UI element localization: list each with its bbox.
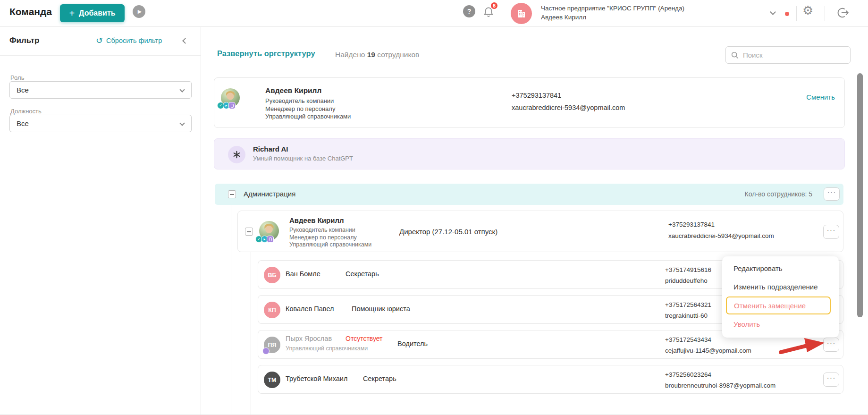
director-contact: +375293137841 xaucrabreddicrei-5934@yopm… (668, 219, 774, 242)
company-title: Частное предприятие "КРИОС ГРУПП" (Аренд… (541, 4, 684, 13)
menu-item-edit[interactable]: Редактировать (733, 264, 783, 272)
owner-phone: +375293137841 (512, 89, 625, 102)
menu-item-cancel-substitution[interactable]: Отменить замещение (734, 302, 806, 310)
play-icon: ▶ (138, 8, 142, 15)
current-user-name: Авдеев Кирилл (541, 13, 684, 22)
main-content: Развернуть оргструктуру Найдено 19 сотру… (201, 27, 868, 415)
found-prefix: Найдено (335, 51, 365, 59)
owner-contact: +375293137841 xaucrabreddicrei-5934@yopm… (512, 89, 625, 114)
director-roles: Руководитель компании Менеджер по персон… (289, 227, 371, 249)
help-icon: ? (467, 8, 472, 15)
employee-email: broubrenneutruhoi-8987@yopmail.com (665, 380, 775, 391)
director-role: Руководитель компании (289, 227, 371, 234)
divider (796, 6, 797, 21)
employee-phone: +375172564321 (665, 299, 711, 310)
tree-connector-line (231, 205, 231, 415)
avatar: ТМ (264, 372, 280, 388)
add-button-label: Добавить (79, 9, 116, 17)
employee-email: tregrakinutti-60 (665, 310, 711, 321)
badge-icon (228, 102, 236, 109)
company-info: Частное предприятие "КРИОС ГРУПП" (Аренд… (541, 4, 684, 22)
assistant-card: Richard AI Умный помощник на базе ChatGP… (214, 138, 845, 169)
collapse-branch-icon[interactable] (245, 228, 253, 236)
avatar: ✓ ▸ (221, 88, 240, 107)
team-page: Команда + Добавить ▶ ? 6 (0, 0, 868, 415)
role-filter-select[interactable]: Все (9, 81, 192, 99)
employee-name: Ван Бомле (286, 270, 320, 278)
position-filter-value: Все (17, 119, 29, 127)
assistant-subtitle: Умный помощник на базе ChatGPT (253, 155, 353, 162)
employee-position: Помощник юриста (352, 305, 410, 313)
reset-filter-label: Сбросить фильтр (106, 37, 162, 44)
director-position: Директор (27.12-05.01 отпуск) (399, 228, 497, 236)
collapse-department-icon[interactable] (228, 190, 236, 198)
employee-contact: +375256023264 broubrenneutruhoi-8987@yop… (665, 369, 775, 391)
director-menu-button[interactable]: ··· (823, 225, 839, 239)
play-button[interactable]: ▶ (133, 5, 145, 18)
openai-icon (233, 151, 241, 159)
search-icon (731, 51, 739, 59)
role-filter-label: Роль (10, 74, 24, 81)
menu-item-dismiss[interactable]: Уволить (733, 320, 760, 328)
employee-subtitle: Управляющий справочниками (286, 345, 368, 352)
avatar (228, 146, 245, 163)
collapse-sidebar-icon[interactable] (182, 38, 188, 44)
owner-card: ✓ ▸ Авдеев Кирилл Руководитель компании … (214, 77, 845, 128)
found-suffix: сотрудников (377, 51, 419, 59)
settings-button[interactable]: ⚙ (802, 4, 813, 17)
search-input[interactable] (743, 51, 837, 59)
change-owner-link[interactable]: Сменить (806, 93, 835, 101)
director-role: Менеджер по персоналу (289, 234, 371, 242)
avatar: ✓ ▸ (259, 221, 279, 241)
menu-item-highlight-box: Отменить замещение (726, 296, 831, 314)
avatar: ВБ (264, 267, 280, 283)
owner-name: Авдеев Кирилл (265, 86, 321, 95)
employee-menu-button[interactable]: ··· (823, 373, 839, 387)
employee-name: Ковалев Павел (286, 305, 334, 313)
employee-name: Трубетской Михаил (286, 375, 347, 382)
divider (0, 55, 201, 56)
plus-icon: + (69, 8, 75, 18)
badge-icon (267, 236, 274, 243)
employee-position: Секретарь (346, 270, 379, 278)
menu-item-change-department[interactable]: Изменить подразделение (733, 283, 817, 291)
role-filter-value: Все (17, 86, 29, 94)
help-button[interactable]: ? (463, 5, 475, 17)
avatar: КП (264, 302, 280, 318)
annotation-arrow-icon (778, 336, 827, 356)
employee-contact: +375172564321 tregrakinutti-60 (665, 299, 711, 321)
scrollbar-thumb[interactable] (857, 73, 863, 317)
owner-role: Менеджер по персоналу (265, 105, 351, 113)
director-role: Управляющий справочниками (289, 241, 371, 249)
reset-filter-button[interactable]: ↺ Сбросить фильтр (96, 36, 162, 45)
divider (825, 6, 825, 21)
owner-email: xaucrabreddicrei-5934@yopmail.com (512, 102, 625, 114)
assistant-name: Richard AI (253, 145, 288, 153)
department-count: Кол-во сотрудников: 5 (745, 190, 812, 198)
chevron-down-icon[interactable] (770, 9, 776, 15)
search-box (725, 46, 851, 64)
add-employee-button[interactable]: + Добавить (60, 4, 125, 22)
chevron-down-icon (179, 120, 185, 126)
employee-name: Пырх Ярослав (286, 335, 332, 342)
department-header[interactable]: Администрация Кол-во сотрудников: 5 ··· (215, 184, 843, 205)
page-title: Команда (9, 6, 52, 17)
position-filter-label: Должность (10, 108, 42, 115)
badge-icon (262, 347, 270, 355)
director-name: Авдеев Кирилл (289, 216, 344, 224)
employee-phone: +375174915616 (665, 264, 711, 275)
employee-contact: +375174915616 priduddeuffeho (665, 264, 711, 286)
employee-email: cejaffujivu-1145@yopmail.com (665, 345, 751, 356)
filter-sidebar: Фильтр ↺ Сбросить фильтр Роль Все Должно… (0, 27, 201, 415)
role-badges: ✓ ▸ (219, 102, 236, 109)
employee-row: ТМ Трубетской Михаил Секретарь +37525602… (258, 365, 843, 394)
department-name: Администрация (244, 190, 295, 198)
company-avatar[interactable] (511, 3, 532, 24)
expand-orgstructure-link[interactable]: Развернуть оргструктуру (217, 49, 315, 58)
position-filter-select[interactable]: Все (9, 115, 192, 132)
filter-title: Фильтр (9, 36, 39, 45)
top-header: Команда + Добавить ▶ ? 6 (0, 0, 868, 27)
reset-icon: ↺ (96, 36, 103, 45)
department-menu-button[interactable]: ··· (824, 187, 840, 201)
logout-button[interactable] (836, 6, 850, 19)
